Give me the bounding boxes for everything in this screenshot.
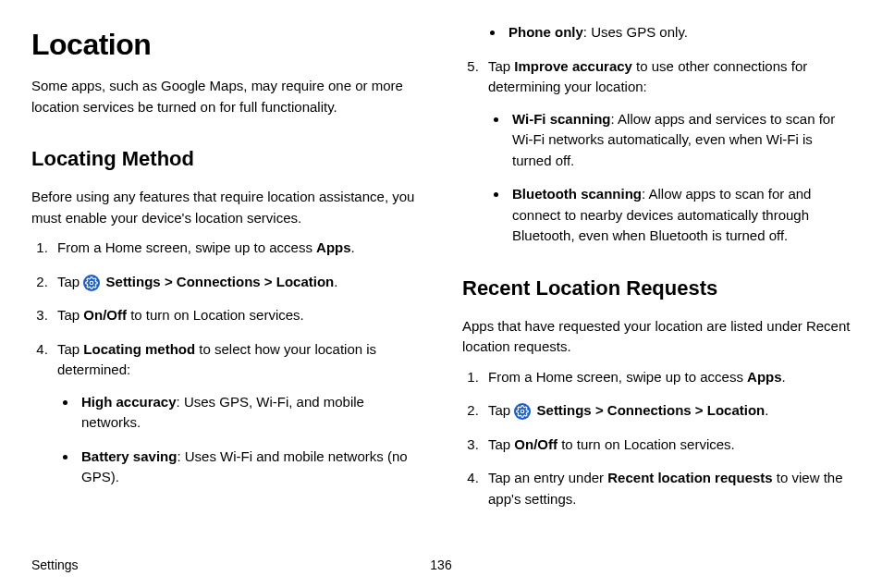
intro-text: Some apps, such as Google Maps, may requ… bbox=[31, 76, 420, 117]
step-1: From a Home screen, swipe up to access A… bbox=[483, 367, 851, 388]
step-text: Tap bbox=[488, 58, 514, 74]
svg-point-0 bbox=[91, 281, 94, 285]
settings-label: Settings bbox=[106, 274, 161, 289]
locating-method-intro: Before using any features that require l… bbox=[31, 187, 420, 228]
onoff-label: On/Off bbox=[83, 307, 127, 323]
locating-method-options-cont: Phone only: Uses GPS only. bbox=[462, 22, 851, 43]
apps-label: Apps bbox=[747, 369, 782, 385]
option-label: Wi-Fi scanning bbox=[512, 111, 611, 127]
step-text: Tap bbox=[57, 341, 83, 357]
settings-icon bbox=[514, 403, 531, 420]
step-text: From a Home screen, swipe up to access bbox=[488, 369, 747, 385]
option-phone-only: Phone only: Uses GPS only. bbox=[505, 22, 851, 43]
step-4: Tap an entry under Recent location reque… bbox=[483, 468, 851, 509]
page-footer: Settings 136 bbox=[31, 556, 851, 575]
sep: > bbox=[692, 402, 707, 418]
step-4: Tap Locating method to select how your l… bbox=[52, 339, 420, 488]
connections-label: Connections bbox=[177, 274, 261, 289]
location-label: Location bbox=[276, 274, 335, 289]
option-wifi-scanning: Wi-Fi scanning: Allow apps and services … bbox=[508, 109, 851, 172]
option-desc: : Uses GPS only. bbox=[583, 24, 688, 40]
step-5: Tap Improve accuracy to use other connec… bbox=[483, 56, 851, 247]
content-columns: Location Some apps, such as Google Maps,… bbox=[31, 22, 851, 522]
settings-icon bbox=[83, 275, 100, 291]
option-label: High accuracy bbox=[81, 394, 177, 410]
step-3: Tap On/Off to turn on Location services. bbox=[52, 305, 420, 326]
option-high-accuracy: High accuracy: Uses GPS, Wi-Fi, and mobi… bbox=[78, 392, 420, 434]
sep: > bbox=[592, 402, 607, 418]
apps-label: Apps bbox=[316, 239, 351, 255]
step-text: . bbox=[782, 369, 786, 385]
step-text: From a Home screen, swipe up to access bbox=[57, 239, 316, 255]
step-1: From a Home screen, swipe up to access A… bbox=[52, 238, 420, 259]
heading-recent-location-requests: Recent Location Requests bbox=[462, 273, 851, 303]
page-title: Location bbox=[31, 22, 420, 67]
option-label: Bluetooth scanning bbox=[512, 186, 642, 202]
locating-method-label: Locating method bbox=[83, 341, 195, 357]
step-text: to turn on Location services. bbox=[127, 307, 304, 323]
step-text: Tap bbox=[488, 436, 514, 452]
step-text: to turn on Location services. bbox=[557, 436, 735, 452]
option-label: Phone only bbox=[508, 24, 583, 40]
option-bluetooth-scanning: Bluetooth scanning: Allow apps to scan f… bbox=[508, 184, 851, 247]
onoff-label: On/Off bbox=[514, 436, 557, 452]
sep: > bbox=[161, 274, 177, 289]
recent-requests-label: Recent location requests bbox=[607, 470, 772, 485]
heading-locating-method: Locating Method bbox=[31, 143, 420, 174]
step-text: Tap an entry under bbox=[488, 470, 607, 485]
step-2: Tap Settings > Connections > Location. bbox=[52, 272, 420, 293]
step-text: Tap bbox=[57, 274, 83, 289]
locating-method-options: High accuracy: Uses GPS, Wi-Fi, and mobi… bbox=[57, 392, 420, 488]
step-2: Tap Settings > Connections > Location. bbox=[483, 400, 851, 422]
step-text: . bbox=[334, 274, 337, 289]
right-column: Phone only: Uses GPS only. Tap Improve a… bbox=[462, 22, 851, 522]
step-text: . bbox=[765, 402, 768, 418]
footer-page-number: 136 bbox=[430, 556, 451, 575]
step-3: Tap On/Off to turn on Location services. bbox=[483, 435, 851, 456]
connections-label: Connections bbox=[607, 402, 692, 418]
left-column: Location Some apps, such as Google Maps,… bbox=[31, 22, 420, 522]
option-battery-saving: Battery saving: Uses Wi-Fi and mobile ne… bbox=[78, 447, 420, 488]
svg-point-1 bbox=[521, 410, 525, 413]
step-text: Tap bbox=[488, 402, 514, 418]
recent-requests-intro: Apps that have requested your location a… bbox=[462, 316, 851, 358]
step-text: Tap bbox=[57, 307, 83, 323]
improve-accuracy-label: Improve accuracy bbox=[514, 58, 632, 74]
footer-section: Settings bbox=[31, 556, 79, 575]
improve-accuracy-options: Wi-Fi scanning: Allow apps and services … bbox=[488, 109, 851, 247]
step-text: . bbox=[351, 239, 355, 255]
settings-label: Settings bbox=[537, 402, 592, 418]
location-label: Location bbox=[707, 402, 766, 418]
locating-method-steps-cont: Tap Improve accuracy to use other connec… bbox=[462, 56, 851, 247]
option-label: Battery saving bbox=[81, 448, 177, 464]
sep: > bbox=[261, 274, 276, 289]
locating-method-steps: From a Home screen, swipe up to access A… bbox=[31, 238, 420, 488]
recent-requests-steps: From a Home screen, swipe up to access A… bbox=[462, 367, 851, 510]
